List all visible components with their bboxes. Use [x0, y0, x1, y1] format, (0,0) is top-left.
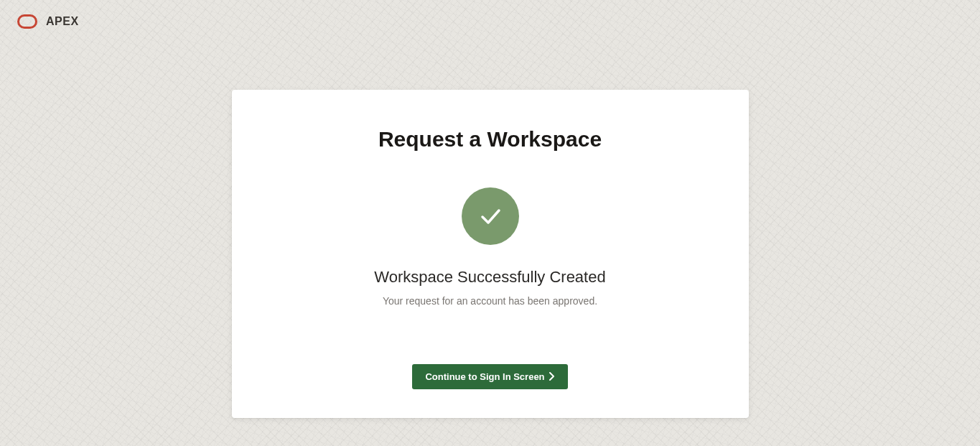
- cta-label: Continue to Sign In Screen: [425, 371, 544, 382]
- success-icon-wrap: [261, 187, 720, 245]
- success-subtext: Your request for an account has been app…: [261, 295, 720, 307]
- svg-rect-0: [19, 16, 37, 28]
- oracle-logo-icon: [17, 14, 37, 29]
- page-header: APEX: [0, 0, 980, 43]
- success-heading: Workspace Successfully Created: [261, 268, 720, 287]
- success-check-icon: [462, 187, 519, 245]
- chevron-right-icon: [549, 372, 555, 382]
- card-title: Request a Workspace: [261, 127, 720, 152]
- workspace-request-card: Request a Workspace Workspace Successful…: [232, 90, 749, 418]
- brand-label: APEX: [46, 15, 79, 28]
- continue-signin-button[interactable]: Continue to Sign In Screen: [412, 364, 567, 389]
